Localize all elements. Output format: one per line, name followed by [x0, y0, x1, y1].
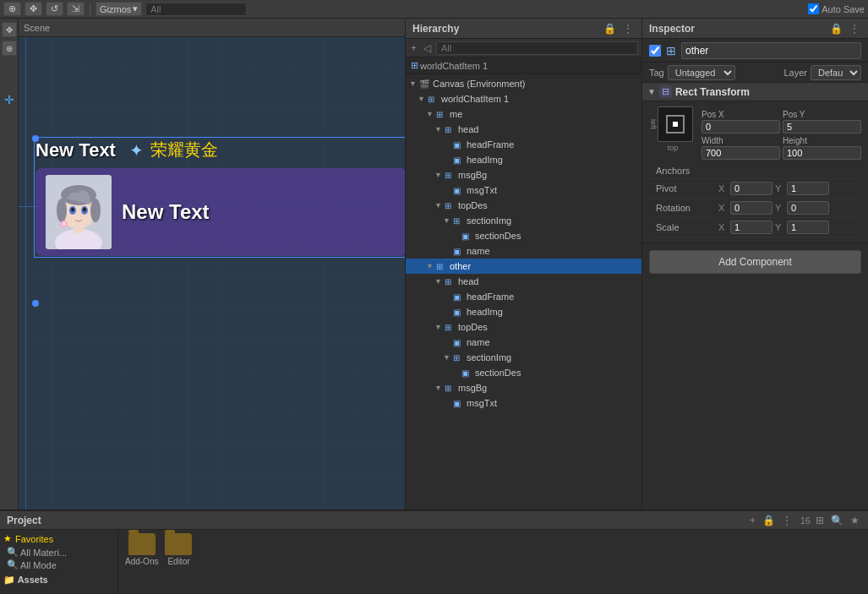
tree-item-sectionImg2[interactable]: ▼⊞sectionImg — [406, 350, 641, 365]
tree-item-headFrame[interactable]: ▣headFrame — [406, 137, 641, 152]
project-more-btn[interactable]: ⋮ — [780, 515, 794, 526]
toolbar-rotate-btn[interactable]: ↺ — [46, 2, 63, 16]
project-star-btn[interactable]: ★ — [849, 515, 861, 526]
hierarchy-search-input[interactable] — [436, 41, 638, 55]
auto-save-label: Auto Save — [822, 4, 865, 14]
avatar-svg — [46, 175, 112, 249]
rt-width-field: Width — [701, 136, 780, 160]
project-lock-btn[interactable]: 🔒 — [761, 515, 777, 526]
hierarchy-header: Hierarchy 🔒 ⋮ — [406, 19, 641, 39]
tree-item-sectionDes2[interactable]: ▣sectionDes — [406, 365, 641, 380]
pivot-xy: X Y — [718, 182, 854, 195]
inspector-name-input[interactable] — [681, 42, 861, 59]
tree-label-topDes2: topDes — [458, 322, 641, 332]
add-component-button[interactable]: Add Component — [649, 250, 861, 274]
scale-y-input[interactable] — [787, 221, 829, 234]
tree-item-head[interactable]: ▼⊞head — [406, 122, 641, 137]
pivot-x-item: X — [718, 182, 772, 195]
inspector-panel-icons: 🔒 ⋮ — [828, 23, 861, 35]
tree-item-headFrame2[interactable]: ▣headFrame — [406, 289, 641, 304]
rect-transform-body: left top Pos X — [642, 101, 868, 243]
tree-arrow-topDes2: ▼ — [434, 323, 445, 331]
hierarchy-panel-icons: 🔒 ⋮ — [602, 23, 635, 35]
svg-rect-0 — [19, 37, 405, 510]
tree-item-msgTxt2[interactable]: ▣msgTxt — [406, 395, 641, 411]
tree-arrow-msgBg2: ▼ — [434, 384, 445, 392]
rt-pos-x-input[interactable] — [701, 120, 780, 134]
handle-bl[interactable] — [32, 300, 39, 307]
folder-editor[interactable]: Editor — [165, 533, 192, 566]
hierarchy-lock-btn[interactable]: 🔒 — [602, 23, 618, 35]
tree-label-headFrame: headFrame — [467, 139, 641, 150]
tag-dropdown[interactable]: Untagged — [668, 65, 735, 80]
tree-item-name2[interactable]: ▣name — [406, 335, 641, 350]
gizmos-dropdown[interactable]: Gizmos ▾ — [96, 2, 142, 16]
hierarchy-nav-btn[interactable]: ◁ — [422, 42, 433, 54]
hierarchy-more-btn[interactable]: ⋮ — [621, 23, 635, 35]
top-search-input[interactable] — [145, 3, 247, 16]
tree-item-sectionImg[interactable]: ▼⊞sectionImg — [406, 213, 641, 228]
inspector-more-btn[interactable]: ⋮ — [848, 23, 861, 35]
hierarchy-add-btn[interactable]: + — [409, 42, 418, 54]
rotation-row: Rotation X Y — [649, 199, 861, 218]
rt-height-label: Height — [783, 136, 861, 145]
hierarchy-toolbar: + ◁ — [406, 39, 641, 57]
toolbar-transform-btn[interactable]: ⊕ — [3, 2, 21, 16]
pivot-x-letter: X — [718, 183, 729, 193]
folder-editor-icon — [165, 533, 192, 555]
chat-text: New Text — [122, 200, 210, 224]
rt-pos-y-input[interactable] — [783, 120, 861, 134]
tree-item-topDes2[interactable]: ▼⊞topDes — [406, 319, 641, 335]
tree-item-other[interactable]: ▼⊞other — [406, 259, 641, 274]
inspector-active-checkbox[interactable] — [649, 45, 661, 57]
scene-canvas[interactable]: New Text ✦ 荣耀黄金 — [19, 37, 405, 510]
rect-transform-header[interactable]: ▼ ⊟ Rect Transform — [642, 83, 868, 101]
rotation-x-input[interactable] — [730, 201, 772, 215]
inspector-lock-btn[interactable]: 🔒 — [828, 23, 844, 35]
project-fav-mode[interactable]: 🔍 All Mode — [3, 559, 114, 571]
rotation-y-input[interactable] — [787, 201, 829, 215]
auto-save-toggle[interactable]: Auto Save — [808, 3, 865, 14]
pivot-y-input[interactable] — [787, 182, 829, 195]
breadcrumb-icon: ⊞ — [411, 60, 418, 71]
scale-x-input[interactable] — [730, 221, 772, 234]
project-add-btn[interactable]: + — [748, 515, 757, 526]
tree-item-sectionDes[interactable]: ▣sectionDes — [406, 228, 641, 243]
layer-dropdown[interactable]: Defau — [811, 65, 861, 80]
move-tool-btn[interactable]: ⊕ — [2, 41, 17, 56]
auto-save-checkbox[interactable] — [808, 3, 819, 14]
toolbar-move-btn[interactable]: ✥ — [25, 2, 42, 16]
tree-item-msgTxt[interactable]: ▣msgTxt — [406, 183, 641, 198]
rt-anchor-box[interactable] — [658, 106, 693, 142]
rt-width-input[interactable] — [701, 146, 780, 160]
tree-item-head2[interactable]: ▼⊞head — [406, 274, 641, 289]
folder-addons[interactable]: Add-Ons — [125, 533, 158, 566]
tree-item-canvas[interactable]: ▼🎬Canvas (Environment) — [406, 76, 641, 91]
pivot-x-input[interactable] — [730, 182, 772, 195]
tree-item-worldChatItem1[interactable]: ▼⊞worldChatItem 1 — [406, 91, 641, 106]
hand-tool-btn[interactable]: ✥ — [2, 22, 17, 37]
project-grid-btn[interactable]: ⊞ — [814, 515, 826, 526]
inspector-tag-row: Tag Untagged Layer Defau — [642, 63, 868, 83]
tree-icon-msgBg2: ⊞ — [445, 384, 456, 393]
tree-item-topDes[interactable]: ▼⊞topDes — [406, 198, 641, 213]
breadcrumb-text: worldChatItem 1 — [420, 61, 488, 71]
rt-height-input[interactable] — [783, 146, 861, 160]
project-filter-btn[interactable]: 🔍 — [829, 515, 845, 526]
toolbar-scale-btn[interactable]: ⇲ — [67, 2, 85, 16]
scale-x-item: X — [718, 221, 772, 234]
project-fav-materials[interactable]: 🔍 All Materi... — [3, 546, 114, 559]
tree-item-name[interactable]: ▣name — [406, 243, 641, 259]
tree-item-msgBg2[interactable]: ▼⊞msgBg — [406, 380, 641, 395]
tree-item-msgBg[interactable]: ▼⊞msgBg — [406, 167, 641, 183]
hierarchy-tree[interactable]: ▼🎬Canvas (Environment)▼⊞worldChatItem 1▼… — [406, 74, 641, 510]
tree-arrow-head2: ▼ — [434, 277, 445, 286]
project-panel: Project + 🔒 ⋮ 16 ⊞ 🔍 ★ ★ Favorites 🔍 All… — [0, 511, 868, 594]
handle-tl[interactable] — [32, 135, 39, 142]
tree-item-headImg2[interactable]: ▣headImg — [406, 304, 641, 319]
tree-item-me[interactable]: ▼⊞me — [406, 106, 641, 122]
svg-point-11 — [83, 208, 86, 212]
tree-item-headImg[interactable]: ▣headImg — [406, 152, 641, 167]
tree-icon-name: ▣ — [453, 247, 465, 256]
tree-label-sectionDes2: sectionDes — [475, 368, 641, 378]
